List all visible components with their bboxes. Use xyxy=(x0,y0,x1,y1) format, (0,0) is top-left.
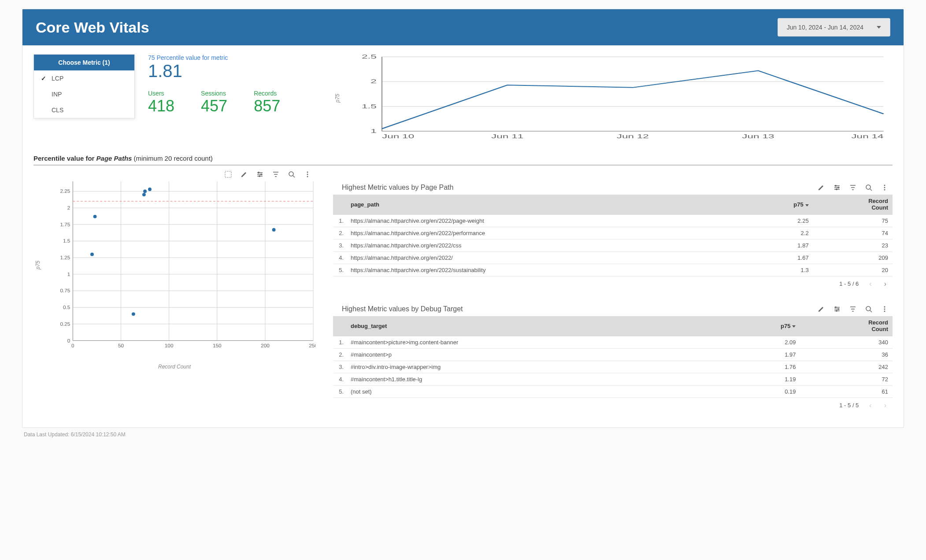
next-page-button[interactable]: › xyxy=(882,402,888,409)
col-page-path[interactable]: page_path xyxy=(346,195,746,215)
pencil-icon[interactable] xyxy=(818,184,825,191)
stats-row: Users 418 Sessions 457 Records 857 xyxy=(148,90,315,115)
debug-target-toolbar xyxy=(813,304,893,314)
more-icon[interactable] xyxy=(881,306,888,313)
page-path-toolbar xyxy=(813,182,893,193)
scatter-ylabel: p75 xyxy=(35,260,41,269)
svg-point-71 xyxy=(884,185,885,186)
table-row[interactable]: 4. #maincontent>h1.title.title-lg 1.19 7… xyxy=(333,373,893,385)
col-p75[interactable]: p75 xyxy=(723,316,800,336)
col-p75[interactable]: p75 xyxy=(746,195,813,215)
zoom-icon[interactable] xyxy=(865,306,872,313)
metric-item-lcp[interactable]: LCP xyxy=(34,70,134,86)
stat-sessions-value: 457 xyxy=(201,97,227,115)
svg-text:0: 0 xyxy=(67,338,70,343)
stat-records-value: 857 xyxy=(254,97,280,115)
svg-point-80 xyxy=(884,308,885,309)
table-row[interactable]: 5. (not set) 0.19 61 xyxy=(333,385,893,398)
metric-picker-title: Choose Metric (1) xyxy=(34,55,134,70)
svg-text:100: 100 xyxy=(165,343,174,348)
row-count: 72 xyxy=(800,373,893,385)
row-count: 61 xyxy=(800,385,893,398)
svg-text:Jun 10: Jun 10 xyxy=(382,133,414,139)
zoom-icon[interactable] xyxy=(865,184,872,191)
svg-text:0: 0 xyxy=(71,343,74,348)
table-row[interactable]: 1. https://almanac.httparchive.org/en/20… xyxy=(333,215,893,227)
svg-point-61 xyxy=(148,188,152,191)
col-record-count[interactable]: RecordCount xyxy=(813,195,893,215)
col-debug-target[interactable]: debug_target xyxy=(346,316,723,336)
stat-records: Records 857 xyxy=(254,90,280,115)
stat-percentile: 75 Percentile value for metric 1.81 xyxy=(148,54,315,81)
filter-icon[interactable] xyxy=(849,306,856,313)
svg-point-63 xyxy=(272,228,276,232)
tune-icon[interactable] xyxy=(833,306,841,313)
row-index: 4. xyxy=(333,251,346,264)
more-icon[interactable] xyxy=(304,171,311,178)
table-header-row: debug_target p75 RecordCount xyxy=(333,316,893,336)
date-range-picker[interactable]: Jun 10, 2024 - Jun 14, 2024 xyxy=(778,18,890,37)
left-top: Choose Metric (1) LCP INP CLS 75 Percent… xyxy=(33,54,315,142)
row-target: #maincontent>p xyxy=(346,348,723,361)
table-row[interactable]: 1. #maincontent>picture>img.content-bann… xyxy=(333,336,893,349)
page-path-pager: 1 - 5 / 6 ‹ › xyxy=(333,276,893,291)
table-row[interactable]: 4. https://almanac.httparchive.org/en/20… xyxy=(333,251,893,264)
row-p75: 2.09 xyxy=(723,336,800,349)
svg-point-18 xyxy=(259,175,260,177)
sort-desc-icon xyxy=(805,204,809,206)
stats: 75 Percentile value for metric 1.81 User… xyxy=(148,54,315,142)
line-chart-svg: 11.522.5Jun 10Jun 11Jun 12Jun 13Jun 14 xyxy=(355,54,893,142)
svg-point-69 xyxy=(866,185,870,189)
metric-item-inp[interactable]: INP xyxy=(34,86,134,102)
stat-percentile-value: 1.81 xyxy=(148,61,315,81)
tune-icon[interactable] xyxy=(256,171,263,178)
svg-point-59 xyxy=(143,190,147,193)
row-index: 5. xyxy=(333,264,346,276)
row-index: 4. xyxy=(333,373,346,385)
svg-point-65 xyxy=(132,312,135,316)
zoom-icon[interactable] xyxy=(288,171,295,178)
row-count: 36 xyxy=(800,348,893,361)
table-row[interactable]: 5. https://almanac.httparchive.org/en/20… xyxy=(333,264,893,276)
pencil-icon[interactable] xyxy=(241,171,248,178)
svg-text:1.25: 1.25 xyxy=(60,254,70,260)
table-row[interactable]: 2. #maincontent>p 1.97 36 xyxy=(333,348,893,361)
scatter-svg: 00.250.50.7511.251.51.7522.2505010015020… xyxy=(56,180,315,351)
col-record-count[interactable]: RecordCount xyxy=(800,316,893,336)
select-icon[interactable] xyxy=(225,171,232,178)
tune-icon[interactable] xyxy=(833,184,841,191)
row-target: #intro>div.intro-image-wrapper>img xyxy=(346,361,723,373)
row-p75: 0.19 xyxy=(723,385,800,398)
section-title: Percentile value for Page Paths (minimum… xyxy=(33,155,893,162)
table-row[interactable]: 3. https://almanac.httparchive.org/en/20… xyxy=(333,239,893,251)
line-chart: p75 11.522.5Jun 10Jun 11Jun 12Jun 13Jun … xyxy=(333,54,893,142)
debug-target-section: Highest Metric values by Debug Target xyxy=(333,304,893,413)
row-p75: 1.87 xyxy=(746,239,813,251)
svg-point-72 xyxy=(884,187,885,188)
next-page-button[interactable]: › xyxy=(882,280,888,288)
prev-page-button[interactable]: ‹ xyxy=(867,280,873,288)
svg-text:1.5: 1.5 xyxy=(362,103,377,109)
svg-line-78 xyxy=(870,310,872,312)
more-icon[interactable] xyxy=(881,184,888,191)
row-count: 75 xyxy=(813,215,893,227)
row-path: https://almanac.httparchive.org/en/2022/… xyxy=(346,227,746,239)
svg-text:Jun 13: Jun 13 xyxy=(742,133,774,139)
filter-icon[interactable] xyxy=(272,171,279,178)
metric-item-cls[interactable]: CLS xyxy=(34,102,134,118)
svg-rect-15 xyxy=(225,171,231,177)
svg-text:1: 1 xyxy=(370,128,377,134)
page-path-table: page_path p75 RecordCount 1. https://alm… xyxy=(333,195,893,276)
table-row[interactable]: 3. #intro>div.intro-image-wrapper>img 1.… xyxy=(333,361,893,373)
section-title-italic: Page Paths xyxy=(96,155,132,162)
svg-text:Jun 14: Jun 14 xyxy=(851,133,884,139)
page-title: Core Web Vitals xyxy=(36,19,149,36)
filter-icon[interactable] xyxy=(849,184,856,191)
debug-target-header-row: Highest Metric values by Debug Target xyxy=(333,304,893,314)
pencil-icon[interactable] xyxy=(818,306,825,313)
stat-users-value: 418 xyxy=(148,97,174,115)
row-count: 340 xyxy=(800,336,893,349)
table-row[interactable]: 2. https://almanac.httparchive.org/en/20… xyxy=(333,227,893,239)
prev-page-button[interactable]: ‹ xyxy=(867,402,873,409)
date-range-label: Jun 10, 2024 - Jun 14, 2024 xyxy=(787,24,863,31)
